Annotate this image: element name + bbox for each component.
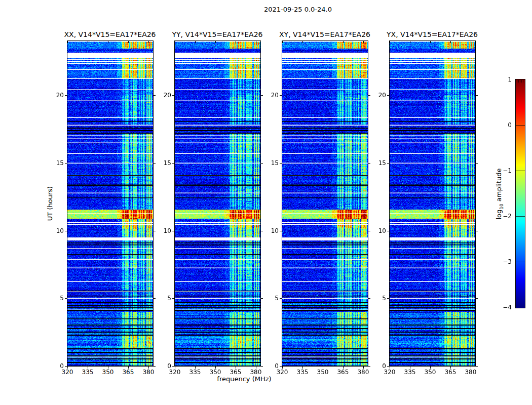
y-tick bbox=[65, 366, 67, 367]
colorbar-tick-label: −3 bbox=[491, 258, 512, 266]
x-tick-top bbox=[471, 41, 471, 43]
y-tick-label: 15 bbox=[45, 159, 64, 167]
y-tick-label: 20 bbox=[367, 91, 386, 99]
y-tick-label: 5 bbox=[259, 294, 279, 302]
x-tick-top bbox=[323, 41, 323, 43]
y-tick bbox=[65, 95, 67, 96]
colorbar-canvas bbox=[516, 79, 525, 308]
y-tick bbox=[280, 231, 282, 231]
spectrogram-canvas-yx bbox=[390, 41, 475, 366]
spectrogram-canvas-xy bbox=[282, 41, 368, 366]
figure: 2021-09-25 0.0-24.0 XX, V14*V15=EA17*EA2… bbox=[0, 0, 532, 405]
y-tick-label: 0 bbox=[45, 362, 64, 370]
spectrogram-panel-yy bbox=[174, 40, 261, 367]
spectrogram-panel-yx bbox=[389, 40, 476, 367]
x-tick-label: 365 bbox=[333, 369, 353, 376]
y-tick-label: 20 bbox=[152, 91, 171, 99]
y-tick bbox=[172, 231, 174, 231]
x-tick-label: 350 bbox=[420, 369, 440, 376]
x-tick-label: 380 bbox=[461, 369, 481, 376]
colorbar-tick bbox=[516, 262, 525, 262]
spectrogram-canvas-yy bbox=[175, 41, 260, 366]
x-tick-top bbox=[88, 41, 88, 43]
y-tick-label: 15 bbox=[259, 159, 279, 167]
panel-title-yy: YY, V14*V15=EA17*EA26 bbox=[172, 30, 263, 38]
x-tick-top bbox=[148, 41, 149, 43]
y-tick-label: 0 bbox=[367, 362, 386, 370]
panel-title-xx: XX, V14*V15=EA17*EA26 bbox=[64, 30, 156, 38]
x-tick-top bbox=[430, 41, 431, 43]
x-tick-label: 365 bbox=[118, 369, 138, 376]
x-tick-top bbox=[175, 41, 175, 43]
y-tick bbox=[65, 298, 67, 299]
y-tick-label: 10 bbox=[259, 227, 279, 235]
y-tick-right bbox=[476, 298, 478, 299]
x-tick-label: 335 bbox=[400, 369, 420, 376]
colorbar-tick bbox=[516, 125, 525, 126]
y-tick bbox=[280, 163, 282, 164]
y-tick-label: 20 bbox=[259, 91, 279, 99]
y-tick bbox=[387, 231, 389, 231]
y-tick bbox=[172, 366, 174, 367]
colorbar-tick-label: 0 bbox=[491, 121, 512, 129]
y-tick-right bbox=[476, 95, 478, 96]
x-tick-label: 365 bbox=[225, 369, 246, 376]
y-tick bbox=[280, 298, 282, 299]
x-axis-label: frequency (MHz) bbox=[217, 375, 271, 383]
y-tick bbox=[172, 95, 174, 96]
x-tick-top bbox=[363, 41, 364, 43]
spectrogram-canvas-xx bbox=[67, 41, 153, 366]
x-tick-top bbox=[282, 41, 283, 43]
spectrogram-panel-xy bbox=[282, 40, 368, 367]
x-tick-label: 350 bbox=[313, 369, 333, 376]
x-tick-top bbox=[215, 41, 216, 43]
y-tick bbox=[172, 163, 174, 164]
x-tick-top bbox=[410, 41, 410, 43]
y-tick-label: 15 bbox=[367, 159, 386, 167]
colorbar-tick-label: −2 bbox=[491, 212, 512, 220]
y-tick-label: 20 bbox=[45, 91, 64, 99]
y-tick bbox=[172, 298, 174, 299]
y-tick-label: 0 bbox=[152, 362, 171, 370]
x-tick-top bbox=[236, 41, 236, 43]
y-tick-right bbox=[476, 231, 478, 231]
colorbar bbox=[515, 79, 525, 308]
figure-title: 2021-09-25 0.0-24.0 bbox=[264, 6, 332, 13]
y-tick-label: 0 bbox=[259, 362, 279, 370]
spectrogram-panel-xx bbox=[67, 40, 154, 367]
y-tick-label: 15 bbox=[152, 159, 171, 167]
y-tick bbox=[387, 298, 389, 299]
colorbar-tick-label: 1 bbox=[491, 75, 512, 84]
x-tick-label: 350 bbox=[205, 369, 225, 376]
x-tick-top bbox=[128, 41, 129, 43]
x-tick-top bbox=[195, 41, 196, 43]
y-tick-label: 10 bbox=[152, 227, 171, 235]
y-tick bbox=[280, 95, 282, 96]
colorbar-tick-label: −1 bbox=[491, 167, 512, 175]
x-tick-top bbox=[302, 41, 303, 43]
panel-title-xy: XY, V14*V15=EA17*EA26 bbox=[279, 30, 370, 38]
y-tick-label: 5 bbox=[45, 294, 64, 302]
y-tick-label: 5 bbox=[367, 294, 386, 302]
x-tick-label: 335 bbox=[78, 369, 98, 376]
y-tick bbox=[387, 163, 389, 164]
colorbar-tick-label: −4 bbox=[491, 303, 512, 311]
y-tick-label: 5 bbox=[152, 294, 171, 302]
x-tick-label: 335 bbox=[292, 369, 313, 376]
x-tick-label: 350 bbox=[98, 369, 118, 376]
x-tick-label: 365 bbox=[440, 369, 461, 376]
y-tick bbox=[280, 366, 282, 367]
x-tick-top bbox=[256, 41, 256, 43]
colorbar-tick bbox=[516, 171, 525, 171]
y-tick-label: 10 bbox=[367, 227, 386, 235]
y-tick-right bbox=[476, 163, 478, 164]
x-tick-top bbox=[390, 41, 390, 43]
x-tick-top bbox=[108, 41, 108, 43]
panel-title-yx: YX, V14*V15=EA17*EA26 bbox=[387, 30, 478, 38]
x-tick-top bbox=[67, 41, 68, 43]
x-tick-top bbox=[343, 41, 344, 43]
y-tick bbox=[387, 95, 389, 96]
colorbar-tick bbox=[516, 216, 525, 217]
y-tick bbox=[387, 366, 389, 367]
y-axis-label: UT (hours) bbox=[46, 186, 54, 221]
